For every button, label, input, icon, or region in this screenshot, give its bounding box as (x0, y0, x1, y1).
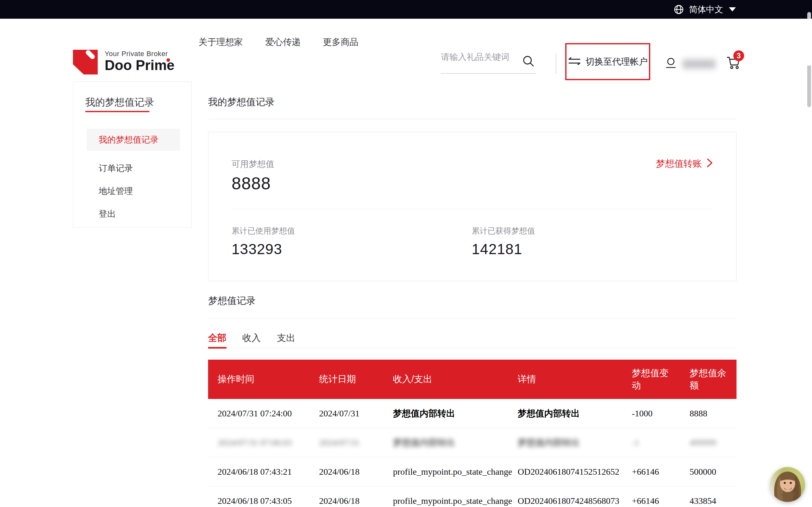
sidebar-title: 我的梦想值记录 (85, 96, 154, 109)
cell-time: 2024/07/31 07:06:03 (217, 438, 319, 448)
tabs-baseline (208, 348, 737, 348)
col-header-value-balance: 梦想值余额 (690, 367, 737, 392)
cell-time: 2024/06/18 07:43:21 (217, 467, 319, 477)
used-value-stat: 累计已使用梦想值 133293 (232, 226, 295, 258)
sidebar-item-address-management[interactable]: 地址管理 (87, 180, 180, 202)
search-box (441, 50, 536, 74)
cell-date: 2024/06/18 (319, 496, 393, 506)
sidebar: 我的梦想值记录 我的梦想值记录 订单记录 地址管理 登出 (73, 81, 192, 228)
header-divider (556, 54, 556, 73)
cell-detail: 梦想值内部转出 (518, 407, 632, 419)
sidebar-item-logout[interactable]: 登出 (87, 203, 180, 225)
username-blurred (682, 59, 716, 69)
transfer-link[interactable]: 梦想值转账 (656, 158, 713, 170)
sidebar-item-order-records[interactable]: 订单记录 (87, 157, 180, 179)
cell-time: 2024/06/18 07:43:05 (217, 496, 319, 506)
tab-income[interactable]: 收入 (242, 332, 261, 344)
active-tab-underline (208, 347, 226, 349)
language-label: 简体中文 (689, 4, 723, 15)
cell-balance: 433854 (690, 496, 737, 506)
cell-change: -1 (632, 438, 690, 448)
nav-item-about[interactable]: 关于理想家 (199, 36, 243, 48)
table-header-row: 操作时间 统计日期 收入/支出 详情 梦想值变动 梦想值余额 (208, 360, 737, 399)
cell-change: +66146 (632, 467, 690, 477)
cell-change: -1000 (632, 408, 690, 418)
logo-tagline: Your Private Broker (105, 50, 174, 58)
used-value-label: 累计已使用梦想值 (232, 226, 295, 236)
search-input[interactable] (441, 50, 517, 65)
cell-type: profile_mypoint.po_state_change (393, 467, 518, 477)
transfer-link-label: 梦想值转账 (656, 158, 702, 170)
nav-item-charity[interactable]: 爱心传递 (265, 36, 301, 48)
table-row: 2024/06/18 07:43:05 2024/06/18 profile_m… (208, 487, 737, 507)
support-avatar[interactable] (770, 467, 805, 502)
records-divider (208, 318, 737, 319)
col-header-income-expense: 收入/支出 (393, 373, 518, 385)
logo-text: Your Private Broker Doo Prime (105, 50, 174, 72)
user-icon (664, 56, 678, 72)
cell-type: profile_mypoint.po_state_change (393, 496, 518, 506)
swap-arrows-icon (568, 56, 581, 68)
cell-change: +66146 (632, 496, 690, 506)
table-row: 2024/07/31 07:24:00 2024/07/31 梦想值内部转出 梦… (208, 399, 737, 428)
nav-item-more-products[interactable]: 更多商品 (323, 36, 358, 48)
cart-button[interactable]: 3 (725, 54, 742, 72)
col-header-detail: 详情 (518, 373, 632, 385)
page: 简体中文 Your Private Broker Doo Prime 关于理想家 (0, 0, 812, 507)
records-tabs: 全部 收入 支出 (208, 329, 737, 348)
available-value-label: 可用梦想值 (232, 158, 274, 170)
records-table: 操作时间 统计日期 收入/支出 详情 梦想值变动 梦想值余额 2024/07/3… (208, 360, 737, 507)
col-header-value-change: 梦想值变动 (632, 367, 690, 392)
cell-detail: 梦想值内部转出 (518, 437, 632, 449)
logo-brand: Doo Prime (105, 58, 174, 72)
used-value: 133293 (232, 240, 295, 258)
cell-detail: OD20240618074248568073 (518, 496, 632, 506)
search-icon[interactable] (521, 54, 536, 69)
user-account[interactable] (664, 56, 716, 72)
language-selector[interactable]: 简体中文 (673, 0, 736, 19)
doo-prime-logo[interactable]: Your Private Broker Doo Prime (73, 50, 174, 76)
switch-to-agent-button[interactable]: 切换至代理帐户 (565, 43, 650, 80)
table-row-blurred: 2024/07/31 07:06:03 2024/07/31 梦想值内部转出 梦… (208, 428, 737, 457)
sidebar-item-my-dream-records[interactable]: 我的梦想值记录 (87, 129, 180, 151)
main-nav: 关于理想家 爱心传递 更多商品 (199, 19, 358, 66)
cell-balance: 8888 (690, 408, 737, 418)
available-value: 8888 (232, 173, 271, 193)
cell-type: 梦想值内部转出 (393, 437, 518, 449)
search-underline (441, 73, 536, 74)
title-divider (208, 119, 737, 119)
earned-value: 142181 (472, 240, 535, 258)
cell-balance: 500000 (690, 467, 737, 477)
chevron-right-icon (706, 158, 713, 170)
logo-i-dot (166, 58, 170, 62)
col-header-operation-time: 操作时间 (217, 373, 319, 385)
table-row: 2024/06/18 07:43:21 2024/06/18 profile_m… (208, 457, 737, 487)
tab-expense[interactable]: 支出 (277, 332, 295, 344)
header: Your Private Broker Doo Prime 关于理想家 爱心传递… (0, 19, 812, 66)
cell-date: 2024/07/31 (319, 438, 393, 448)
card-divider (232, 209, 714, 209)
logo-mark-icon (73, 50, 98, 76)
dream-value-summary-card: 可用梦想值 8888 梦想值转账 累计已使用梦想值 133293 累计已获得梦想… (208, 132, 737, 281)
records-section-title: 梦想值记录 (208, 294, 256, 307)
cell-time: 2024/07/31 07:24:00 (217, 408, 319, 418)
cart-badge: 3 (733, 50, 744, 61)
earned-value-label: 累计已获得梦想值 (472, 226, 535, 236)
top-bar: 简体中文 (0, 0, 812, 19)
cell-detail: OD20240618074152512652 (518, 467, 632, 477)
cell-date: 2024/07/31 (319, 408, 393, 418)
switch-button-label: 切换至代理帐户 (586, 56, 648, 68)
sidebar-title-underline (85, 111, 149, 112)
cart-icon (725, 66, 742, 72)
chevron-down-icon (729, 7, 736, 11)
globe-icon (673, 4, 684, 15)
cell-type: 梦想值内部转出 (393, 407, 518, 419)
page-title: 我的梦想值记录 (208, 96, 275, 109)
cell-date: 2024/06/18 (319, 467, 393, 477)
earned-value-stat: 累计已获得梦想值 142181 (472, 226, 535, 258)
tab-all[interactable]: 全部 (208, 332, 226, 344)
col-header-stat-date: 统计日期 (319, 373, 393, 385)
cell-balance: 499999 (690, 438, 737, 448)
